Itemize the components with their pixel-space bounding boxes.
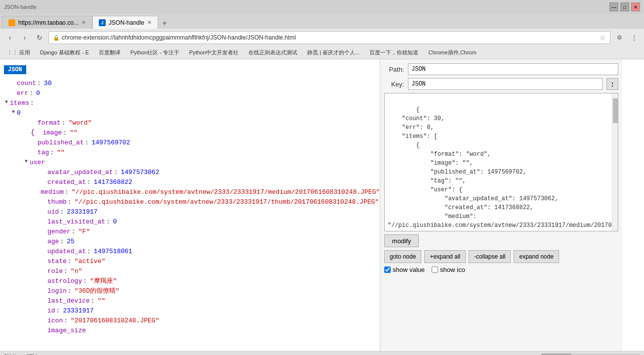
uid-value: 23331917 xyxy=(67,208,97,216)
expand-all-btn[interactable]: +expand all xyxy=(424,250,466,263)
minimize-btn[interactable]: — xyxy=(609,2,618,11)
action-buttons: goto node +expand all -collapse all expa… xyxy=(384,250,618,263)
key-input[interactable] xyxy=(408,78,603,90)
bookmark-chrome-ext[interactable]: Chrome插件,Chrom xyxy=(425,48,479,57)
tab2-label: JSON-handle xyxy=(109,19,144,26)
apps-icon: ⋮⋮ xyxy=(7,49,18,56)
json-tree-panel[interactable]: JSON count : 30 err : 0 xyxy=(0,59,380,351)
show-ico-label[interactable]: show ico xyxy=(432,266,465,273)
forward-btn[interactable]: › xyxy=(19,32,31,44)
user-toggle[interactable] xyxy=(23,159,30,166)
editor-scrollbar[interactable] xyxy=(612,93,618,231)
age-value: 25 xyxy=(67,238,75,245)
items-toggle[interactable] xyxy=(3,99,10,106)
tree-count-row[interactable]: count : 30 xyxy=(0,78,380,88)
key-row: Key: : xyxy=(384,78,618,90)
bookmark-blog-label: 静觅 | 崔庆才的个人... xyxy=(307,49,360,56)
lock-icon: 🔒 xyxy=(53,35,60,41)
image-key: image xyxy=(42,129,62,136)
close-btn[interactable]: ✕ xyxy=(631,2,640,11)
tree-image-row[interactable]: { image : "" xyxy=(0,128,380,137)
tree-thumb-row[interactable]: thumb : "//pic.qiushibaike.com/system/av… xyxy=(0,197,380,207)
tab-bar: https://mm.taobao.co... ✕ J JSON-handle … xyxy=(0,14,644,29)
bookmark-django[interactable]: Django 基础教程 - E xyxy=(37,48,92,57)
tree-login-row[interactable]: login : "36D的假僚晴" xyxy=(0,286,380,296)
tree-last-visited-row[interactable]: last_visited_at : 0 xyxy=(0,217,380,226)
bookmark-baidu-translate[interactable]: 百度翻译 xyxy=(96,48,123,57)
err-value: 0 xyxy=(36,89,40,97)
tree-gender-row[interactable]: gender : "F" xyxy=(0,226,380,236)
bookmark-django-label: Django 基础教程 - E xyxy=(40,49,89,56)
show-value-checkbox[interactable] xyxy=(384,266,391,273)
tree-items-row[interactable]: items : xyxy=(0,98,380,108)
expand-node-btn[interactable]: expand node xyxy=(514,250,559,263)
tree-created-row[interactable]: created_at : 1417368822 xyxy=(0,177,380,187)
tree-user-row[interactable]: user xyxy=(0,157,380,167)
path-input[interactable] xyxy=(408,63,618,75)
err-key: err xyxy=(17,89,28,97)
modify-button[interactable]: modify xyxy=(384,234,419,247)
tree-age-row[interactable]: age : 25 xyxy=(0,236,380,246)
collapse-all-btn[interactable]: -collapse all xyxy=(469,250,511,263)
json-editor[interactable]: { "count": 30, "err": 0, "items": [ { "f… xyxy=(384,93,618,231)
bookmark-baidu[interactable]: 百度一下，你就知道 xyxy=(366,48,421,57)
window-controls: — □ ✕ xyxy=(609,2,640,11)
main-content: JSON count : 30 err : 0 xyxy=(0,59,644,351)
tree-medium-row[interactable]: medium : "//pic.qiushibaike.com/system/a… xyxy=(0,187,380,197)
updated-key: updated_at xyxy=(47,248,86,255)
new-tab-btn[interactable]: + xyxy=(158,18,171,29)
tab2-close[interactable]: ✕ xyxy=(147,19,152,26)
tree-updated-row[interactable]: updated_at : 1497518061 xyxy=(0,246,380,256)
scroll-bar[interactable] xyxy=(541,354,640,355)
tree-tag-row[interactable]: tag : "" xyxy=(0,147,380,157)
tree-state-row[interactable]: state : "active" xyxy=(0,256,380,266)
bookmark-regex[interactable]: 在线正则表达式测试 xyxy=(245,48,300,57)
tag-key: tag xyxy=(38,149,49,156)
tree-role-row[interactable]: role : "n" xyxy=(0,266,380,276)
thumb-key: thumb xyxy=(47,198,67,206)
tree-last-device-row[interactable]: last_device : "" xyxy=(0,296,380,306)
tree-uid-row[interactable]: uid : 23331917 xyxy=(0,207,380,217)
bookmark-blog[interactable]: 静觅 | 崔庆才的个人... xyxy=(304,48,362,57)
status-bar: 0N.items[0].image xyxy=(0,351,644,355)
tab1-favicon xyxy=(8,19,15,26)
tab-1[interactable]: https://mm.taobao.co... ✕ xyxy=(2,16,92,29)
colon-button[interactable]: : xyxy=(606,78,618,90)
bookmark-python-community[interactable]: Python社区 - 专注于 xyxy=(127,48,182,57)
goto-node-btn[interactable]: goto node xyxy=(384,250,421,263)
tree-item0-row[interactable]: 0 xyxy=(0,108,380,118)
tree-icon-row[interactable]: icon : "20170616083102​48.JPEG" xyxy=(0,315,380,325)
browser-window: JSON-handle — □ ✕ https://mm.taobao.co..… xyxy=(0,0,644,355)
avatar-value: 1497573062 xyxy=(121,169,159,176)
menu-btn[interactable]: ⋮ xyxy=(628,32,640,44)
show-value-label[interactable]: show value xyxy=(384,266,425,273)
maximize-btn[interactable]: □ xyxy=(620,2,629,11)
tree-image-size-row[interactable]: image_size xyxy=(0,325,380,335)
tree-published-row[interactable]: published_at : 1497569702 xyxy=(0,137,380,147)
medium-key: medium xyxy=(40,188,64,196)
tree-format-row[interactable]: format : "word" xyxy=(0,118,380,128)
extensions-btn[interactable]: ⚙ xyxy=(613,32,625,44)
back-btn[interactable]: ‹ xyxy=(4,32,16,44)
thumb-value: "//pic.qiushibaike.com/system/avtnew/233… xyxy=(75,198,379,206)
tree-err-row[interactable]: err : 0 xyxy=(0,88,380,98)
path-row: Path: xyxy=(384,63,618,75)
format-value: "word" xyxy=(69,119,92,127)
address-input[interactable]: 🔒 chrome-extension://lahnhfdhidomcpggpai… xyxy=(48,31,610,44)
tree-avatar-row[interactable]: avatar_updated_at : 1497573062 xyxy=(0,167,380,177)
tab1-close[interactable]: ✕ xyxy=(81,19,86,26)
bookmark-star[interactable]: ☆ xyxy=(600,34,606,42)
show-ico-checkbox[interactable] xyxy=(432,266,438,273)
gender-key: gender xyxy=(47,228,71,235)
json-tag-btn[interactable]: JSON xyxy=(4,65,26,74)
address-text: chrome-extension://lahnhfdhidomcpggpaimm… xyxy=(62,34,600,41)
bookmark-python-dev[interactable]: Python中文开发者社 xyxy=(186,48,242,57)
reload-btn[interactable]: ↻ xyxy=(34,32,45,44)
tree-id-row[interactable]: id : 23331917 xyxy=(0,306,380,315)
bookmark-apps[interactable]: ⋮⋮ 应用 xyxy=(4,48,33,57)
item0-toggle[interactable] xyxy=(10,109,17,116)
tree-astrology-row[interactable]: astrology : "摩羯座" xyxy=(0,276,380,286)
last-visited-key: last_visited_at xyxy=(47,218,105,225)
tab-2[interactable]: J JSON-handle ✕ xyxy=(92,16,158,29)
last-device-key: last_device xyxy=(47,297,90,305)
